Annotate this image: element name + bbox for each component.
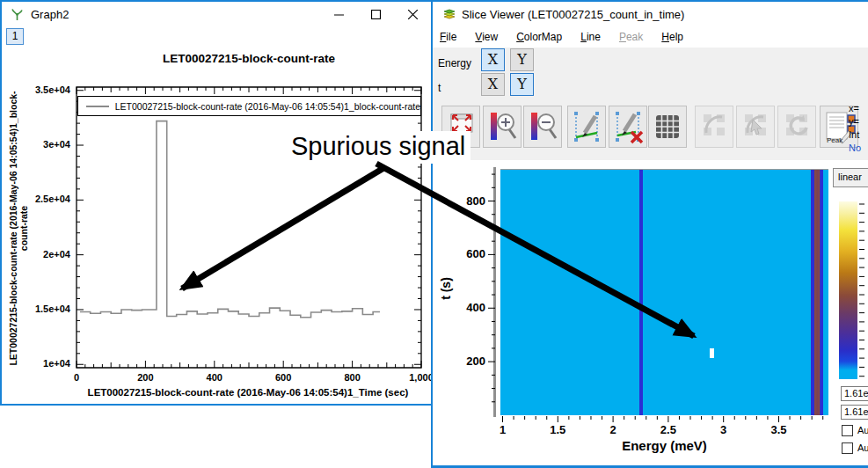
t-axis-title: t (s) <box>439 267 453 311</box>
dimension-label-t: t <box>438 82 441 94</box>
x-axis-title: LET00027215-block-count-rate (2016-May-0… <box>55 387 434 398</box>
tick-label: 2.5e+04 <box>26 194 70 204</box>
menu-peak: Peak <box>619 31 643 43</box>
heatmap-canvas[interactable] <box>500 169 828 415</box>
slice-viewer-window: Slice Viewer (LET00027215_count_in_time)… <box>431 0 868 468</box>
tick-label: 600 <box>261 372 305 383</box>
peak-button-label: Peak <box>827 136 843 144</box>
dimension-selector-area: Energy X Y t X Y <box>433 48 868 100</box>
autoscale-max-checkbox[interactable] <box>842 425 853 436</box>
line-mode-button[interactable] <box>567 106 606 148</box>
tick-label: 1,000 <box>399 372 434 383</box>
zoom-in-icon[interactable] <box>483 106 522 148</box>
autoscale-min-checkbox[interactable] <box>842 442 853 454</box>
annotation-text: Spurious signal <box>286 131 470 164</box>
slice-viewer-titlebar[interactable]: Slice Viewer (LET00027215_count_in_time) <box>433 2 868 26</box>
t-x-button[interactable]: X <box>481 73 505 96</box>
tick-label: 800 <box>331 372 375 383</box>
slice-viewer-icon <box>441 7 457 22</box>
peak-pointer-button <box>736 106 775 148</box>
toolbar: Peak x= y= Int No <box>433 100 868 160</box>
layer-tab-1[interactable]: 1 <box>6 28 24 45</box>
graph-window-icon <box>10 7 25 22</box>
cursor-intensity-readout: Int <box>849 129 859 140</box>
close-icon[interactable] <box>394 2 431 26</box>
colorbar-max-input[interactable]: 1.61e <box>841 386 868 401</box>
detector-line <box>639 170 642 415</box>
cursor-x-readout: x= <box>849 103 859 113</box>
tick-label: 400 <box>452 301 485 314</box>
peak-refresh-button <box>777 106 816 148</box>
legend-label: LET00027215-block-count-rate (2016-May-0… <box>115 101 420 112</box>
plot-title: LET00027215-block-count-rate <box>77 52 421 65</box>
dimension-label-energy: Energy <box>438 57 471 69</box>
t-y-button[interactable]: Y <box>510 73 534 96</box>
menu-line[interactable]: Line <box>580 31 601 43</box>
graph2-titlebar[interactable]: Graph2 <box>2 2 433 26</box>
tick-label: 400 <box>193 372 237 383</box>
plot-legend[interactable]: LET00027215-block-count-rate (2016-May-0… <box>77 96 421 116</box>
slice-viewer-window-title: Slice Viewer (LET00027215_count_in_time) <box>462 8 684 21</box>
menu-view[interactable]: View <box>475 31 498 43</box>
tick-label: 3.5e+04 <box>26 84 70 95</box>
minimize-icon[interactable] <box>320 2 357 26</box>
tick-label: 200 <box>452 355 485 368</box>
tick-label: 600 <box>452 247 485 260</box>
tick-label: 200 <box>123 372 167 383</box>
menu-bar: File View ColorMap Line Peak Help <box>433 26 868 48</box>
spurious-pixel <box>710 348 714 358</box>
menu-file[interactable]: File <box>440 31 456 43</box>
screenshot-root: Graph2 1 LET00027215-block-count-rate LE… <box>0 0 868 468</box>
tick-label: 1.5 <box>540 423 575 436</box>
cursor-y-readout: y= <box>849 116 859 127</box>
graph2-window-title: Graph2 <box>31 8 69 21</box>
menu-help[interactable]: Help <box>661 31 683 43</box>
maximize-icon[interactable] <box>357 2 394 26</box>
tick-label: 3.5 <box>761 423 796 436</box>
tick-label: 2.5 <box>651 423 686 436</box>
remove-line-button[interactable] <box>609 106 647 148</box>
autoscale-min-label: Au <box>857 442 868 453</box>
legend-line-sample <box>86 106 109 107</box>
tick-label: 1e+04 <box>26 358 70 369</box>
energy-x-button[interactable]: X <box>481 48 505 71</box>
menu-colormap[interactable]: ColorMap <box>516 31 562 43</box>
grid-mode-button[interactable] <box>648 106 687 148</box>
tick-label: 2 <box>595 423 631 436</box>
colorbar[interactable] <box>839 201 857 379</box>
tick-label: 1 <box>485 423 521 436</box>
zoom-out-icon[interactable] <box>523 106 562 148</box>
tick-label: 1.5e+04 <box>26 303 70 314</box>
normalization-readout: No <box>849 143 861 153</box>
y-axis-title: LET00027215-block-count-rate (2016-May-0… <box>8 87 29 369</box>
tick-label: 0 <box>55 372 98 383</box>
energy-axis-title: Energy (meV) <box>500 438 828 453</box>
autoscale-max-label: Au <box>857 425 868 435</box>
axis-splitter[interactable] <box>493 167 496 417</box>
peak-overlay-button <box>695 106 733 148</box>
detector-band <box>811 170 823 415</box>
graph2-window: Graph2 1 LET00027215-block-count-rate LE… <box>0 0 434 406</box>
tick-label: 3 <box>706 423 741 436</box>
tick-label: 3e+04 <box>26 139 70 150</box>
tick-label: 2e+04 <box>26 249 70 260</box>
color-scale-select[interactable]: linear <box>833 168 868 187</box>
tick-label: 800 <box>452 194 485 208</box>
energy-y-button[interactable]: Y <box>510 48 534 71</box>
colorbar-min-input[interactable]: 1.61e <box>841 405 868 420</box>
